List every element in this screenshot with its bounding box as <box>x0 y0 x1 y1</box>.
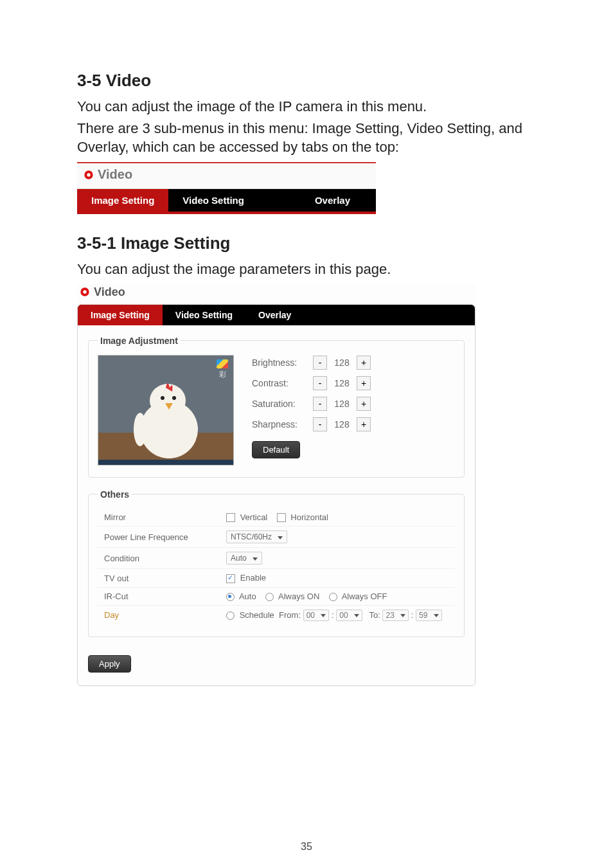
heading-3-5: 3-5 Video <box>77 71 536 91</box>
brightness-value <box>327 355 357 370</box>
tab-image-setting[interactable]: Image Setting <box>78 305 163 325</box>
tvout-row: TV out Enable <box>98 569 455 588</box>
apply-button[interactable]: Apply <box>88 655 131 673</box>
heading-3-5-1: 3-5-1 Image Setting <box>77 233 536 253</box>
sharpness-label: Sharpness: <box>252 419 313 429</box>
video-logo-icon <box>80 287 90 297</box>
tab-overlay[interactable]: Overlay <box>301 189 376 212</box>
chevron-down-icon <box>434 614 439 617</box>
para-3-5-a: You can adjust the image of the IP camer… <box>77 97 536 116</box>
camera-preview: 彩 <box>98 355 234 466</box>
image-setting-figure: Video Image Setting Video Setting Overla… <box>77 284 475 686</box>
others-legend: Others <box>98 489 132 500</box>
schedule-from-min[interactable]: 00 <box>336 610 362 621</box>
mirror-vertical-checkbox[interactable] <box>226 513 235 522</box>
schedule-to-label: To: <box>369 610 380 620</box>
video-logo-icon <box>84 170 94 180</box>
chevron-down-icon <box>253 557 258 561</box>
schedule-to-min[interactable]: 59 <box>416 610 442 621</box>
ircut-always-on-radio[interactable] <box>265 593 274 601</box>
svg-point-11 <box>134 413 147 446</box>
schedule-radio[interactable] <box>226 611 235 620</box>
tab-image-setting[interactable]: Image Setting <box>77 189 168 212</box>
mirror-label: Mirror <box>98 509 220 527</box>
tvout-checkbox[interactable] <box>226 574 235 583</box>
page-number: 35 <box>0 841 613 853</box>
mirror-horizontal-label: Horizontal <box>290 512 328 522</box>
day-label: Day <box>98 605 220 625</box>
brightness-row: Brightness: - + <box>252 355 455 370</box>
ircut-auto-radio[interactable] <box>226 593 235 601</box>
schedule-to-hour[interactable]: 23 <box>382 610 409 621</box>
ircut-auto-label: Auto <box>239 592 256 601</box>
saturation-label: Saturation: <box>252 399 313 409</box>
video-tabs-figure-1: Video Image Setting Video Setting Overla… <box>77 162 376 214</box>
para-3-5-1: You can adjust the image parameters in t… <box>77 260 536 279</box>
saturation-row: Saturation: - + <box>252 396 455 411</box>
tvout-label: TV out <box>98 569 220 588</box>
sharpness-plus[interactable]: + <box>357 417 371 431</box>
mirror-horizontal-checkbox[interactable] <box>277 513 286 522</box>
contrast-minus[interactable]: - <box>313 376 327 390</box>
tab-video-setting[interactable]: Video Setting <box>168 189 258 212</box>
color-mode-icon[interactable]: 彩 <box>217 359 228 379</box>
schedule-label: Schedule <box>240 610 274 620</box>
contrast-label: Contrast: <box>252 378 313 388</box>
others-group: Others Mirror Vertical Horizontal <box>88 489 465 637</box>
saturation-plus[interactable]: + <box>357 397 371 411</box>
contrast-value <box>327 375 357 391</box>
schedule-from-label: From: <box>279 610 301 620</box>
tab-video-setting[interactable]: Video Setting <box>163 305 245 325</box>
video-panel-title-row: Video <box>77 163 376 189</box>
saturation-value <box>327 396 357 411</box>
condition-label: Condition <box>98 548 220 569</box>
default-button[interactable]: Default <box>252 441 300 458</box>
sharpness-minus[interactable]: - <box>313 417 327 431</box>
active-tab-underline <box>77 212 376 214</box>
svg-point-3 <box>83 291 86 294</box>
day-row: Day Schedule From: 00 : 00 <box>98 605 455 625</box>
schedule-from-hour-value: 00 <box>306 611 315 620</box>
svg-rect-12 <box>98 460 233 465</box>
tabbar-1: Image Setting Video Setting Overlay <box>77 189 376 212</box>
image-setting-panel: Image Setting Video Setting Overlay Imag… <box>77 304 475 686</box>
sharpness-value <box>327 417 357 432</box>
image-params: Brightness: - + Contrast: - + Satu <box>252 355 455 466</box>
tvout-enable-label: Enable <box>240 573 266 583</box>
ircut-always-off-label: Always OFF <box>342 592 387 601</box>
condition-row: Condition Auto <box>98 548 455 569</box>
ircut-row: IR-Cut Auto Always ON Always OFF <box>98 587 455 605</box>
chevron-down-icon <box>354 614 359 617</box>
sharpness-row: Sharpness: - + <box>252 417 455 432</box>
mirror-vertical-label: Vertical <box>240 512 268 522</box>
image-adjustment-group: Image Adjustment <box>88 336 465 478</box>
palette-icon <box>217 359 228 368</box>
schedule-to-min-value: 59 <box>419 611 427 620</box>
para-3-5-b: There are 3 sub-menus in this menu: Imag… <box>77 119 536 157</box>
brightness-minus[interactable]: - <box>313 356 327 370</box>
plf-value: NTSC/60Hz <box>231 532 272 541</box>
schedule-from-hour[interactable]: 00 <box>303 610 330 621</box>
ircut-always-off-radio[interactable] <box>329 593 337 601</box>
chevron-down-icon <box>321 614 326 617</box>
video-panel-title: Video <box>94 285 125 299</box>
mirror-row: Mirror Vertical Horizontal <box>98 509 455 527</box>
saturation-minus[interactable]: - <box>313 397 327 411</box>
condition-select[interactable]: Auto <box>226 552 262 565</box>
plf-select[interactable]: NTSC/60Hz <box>226 530 287 543</box>
svg-point-1 <box>87 173 90 176</box>
plf-row: Power Line Frequence NTSC/60Hz <box>98 527 455 548</box>
tabbar-2: Image Setting Video Setting Overlay <box>78 305 475 325</box>
ircut-always-on-label: Always ON <box>278 592 319 601</box>
tab-overlay[interactable]: Overlay <box>245 305 304 325</box>
svg-point-8 <box>161 396 164 400</box>
schedule-from-min-value: 00 <box>339 611 348 620</box>
brightness-label: Brightness: <box>252 357 313 368</box>
schedule-to-hour-value: 23 <box>386 611 394 620</box>
others-table: Mirror Vertical Horizontal Power Line Fr… <box>98 509 455 625</box>
brightness-plus[interactable]: + <box>357 356 371 370</box>
chevron-down-icon <box>400 614 405 617</box>
contrast-row: Contrast: - + <box>252 375 455 391</box>
contrast-plus[interactable]: + <box>357 376 371 390</box>
condition-value: Auto <box>231 554 247 563</box>
